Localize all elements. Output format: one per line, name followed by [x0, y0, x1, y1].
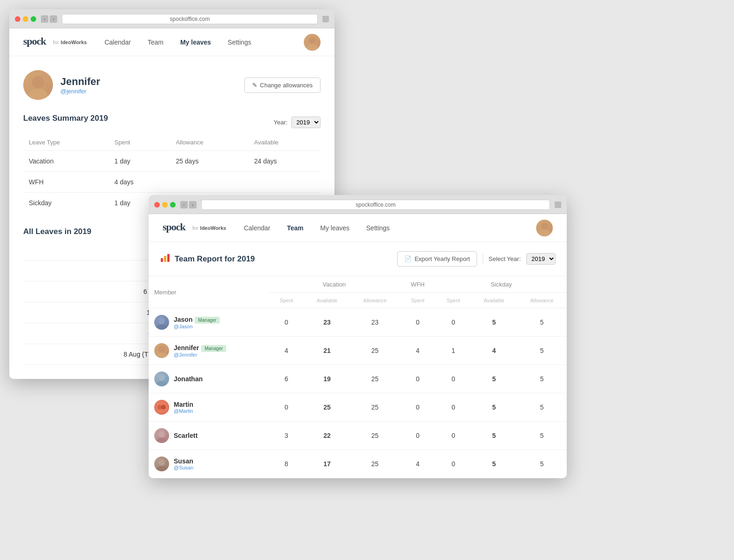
- team-table-row: Scarlett 3 22 25 0 0 5 5: [149, 422, 567, 450]
- nav-team-1[interactable]: Team: [144, 37, 167, 48]
- minimize-button-2[interactable]: [162, 202, 168, 208]
- member-username: @Jason: [174, 324, 220, 329]
- sub-vacation-spent: Spent: [269, 293, 304, 308]
- member-name-group: Martin @Martin: [174, 401, 193, 414]
- minimize-button[interactable]: [23, 16, 28, 22]
- member-badge: Manager: [201, 345, 226, 352]
- year-select-2[interactable]: 2019: [526, 253, 556, 265]
- member-avatar: [154, 456, 169, 471]
- year-selector: Year: 2019: [274, 117, 321, 128]
- svg-point-2: [307, 44, 318, 51]
- member-cell: Martin @Martin: [149, 393, 269, 422]
- year-select[interactable]: 2019: [291, 117, 321, 128]
- maximize-button[interactable]: [31, 16, 36, 22]
- vacation-available: 21: [304, 337, 350, 365]
- member-name: Scarlett: [174, 432, 197, 439]
- sickday-spent: 0: [436, 365, 471, 393]
- browser-tab-btn: [322, 16, 329, 22]
- export-yearly-report-button[interactable]: 📄 Export Yearly Report: [397, 251, 477, 267]
- vacation-allowance: 25: [350, 422, 400, 450]
- back-arrow-2[interactable]: ‹: [180, 201, 188, 208]
- member-cell: JasonManager @Jason: [149, 308, 269, 337]
- svg-point-1: [309, 37, 315, 44]
- member-info: Susan @Susan: [154, 456, 263, 471]
- member-info: JenniferManager @Jennifer: [154, 343, 263, 358]
- wfh-spent: 0: [400, 393, 435, 422]
- sickday-allowance: 5: [517, 365, 567, 393]
- logo-2: spock for IdeoWorks: [163, 220, 226, 236]
- svg-point-23: [156, 466, 167, 471]
- logo-company-2: IdeoWorks: [200, 225, 226, 231]
- col-sickday-header: Sickday: [436, 276, 567, 293]
- sickday-available: 5: [471, 422, 517, 450]
- back-arrow[interactable]: ‹: [41, 15, 48, 23]
- user-avatar-1[interactable]: [304, 34, 321, 51]
- forward-arrow[interactable]: ›: [50, 15, 57, 23]
- available-wfh: [249, 172, 321, 193]
- team-report-actions: 📄 Export Yearly Report Select Year: 2019: [397, 251, 556, 267]
- team-report-header: Team Report for 2019 📄 Export Yearly Rep…: [149, 242, 567, 276]
- svg-point-11: [158, 318, 165, 324]
- col-available: Available: [249, 134, 321, 151]
- vacation-spent: 0: [269, 393, 304, 422]
- col-vacation-header: Vacation: [269, 276, 400, 293]
- logo-for-2: for: [192, 225, 198, 231]
- allowance-wfh: [170, 172, 249, 193]
- close-button-2[interactable]: [154, 202, 160, 208]
- forward-arrow-2[interactable]: ›: [189, 201, 197, 208]
- address-bar-1[interactable]: spockoffice.com: [62, 14, 318, 24]
- col-wfh-header: WFH: [400, 276, 435, 293]
- team-report-title: Team Report for 2019: [160, 253, 255, 265]
- vacation-spent: 4: [269, 337, 304, 365]
- vacation-allowance: 25: [350, 393, 400, 422]
- svg-rect-10: [167, 254, 170, 262]
- close-button[interactable]: [15, 16, 20, 22]
- window-2: ‹ › spockoffice.com spock for IdeoWorks …: [149, 195, 567, 478]
- member-name: Susan: [174, 457, 193, 465]
- wfh-spent: 0: [400, 365, 435, 393]
- profile-name: Jennifer: [60, 76, 100, 88]
- member-info: JasonManager @Jason: [154, 315, 263, 330]
- sickday-allowance: 5: [517, 450, 567, 478]
- vacation-available: 25: [304, 393, 350, 422]
- member-cell: JenniferManager @Jennifer: [149, 337, 269, 365]
- nav-settings-2[interactable]: Settings: [362, 222, 393, 234]
- export-label: Export Yearly Report: [414, 255, 470, 262]
- logo-for: for: [53, 39, 59, 45]
- summary-header-row: Leaves Summary 2019 Year: 2019: [23, 114, 321, 130]
- svg-point-3: [32, 76, 44, 88]
- profile-username[interactable]: @jennifer: [60, 88, 100, 95]
- wfh-spent: 0: [400, 308, 435, 337]
- leave-type-vacation: Vacation: [23, 151, 109, 172]
- nav-calendar-1[interactable]: Calendar: [101, 37, 135, 48]
- vacation-spent: 0: [269, 308, 304, 337]
- leaves-summary-title: Leaves Summary 2019: [23, 114, 108, 123]
- col-member: Member: [149, 276, 269, 308]
- col-allowance: Allowance: [170, 134, 249, 151]
- sub-sickday-spent: Spent: [436, 293, 471, 308]
- member-badge: Manager: [195, 317, 219, 324]
- select-year-label: Select Year:: [489, 255, 521, 262]
- spent-vacation: 1 day: [109, 151, 170, 172]
- nav-settings-1[interactable]: Settings: [224, 37, 255, 48]
- nav-calendar-2[interactable]: Calendar: [240, 222, 274, 234]
- address-bar-2[interactable]: spockoffice.com: [201, 200, 550, 210]
- maximize-button-2[interactable]: [170, 202, 176, 208]
- wfh-spent: 0: [400, 422, 435, 450]
- available-vacation: 24 days: [249, 151, 321, 172]
- app-content-2: spock for IdeoWorks Calendar Team My lea…: [149, 214, 567, 478]
- sickday-available: 5: [471, 308, 517, 337]
- sickday-available: 5: [471, 393, 517, 422]
- profile-avatar: [23, 70, 53, 100]
- nav-myleaves-1[interactable]: My leaves: [177, 37, 215, 48]
- traffic-lights-1: [15, 16, 36, 22]
- user-avatar-2[interactable]: [536, 220, 553, 236]
- nav-team-2[interactable]: Team: [283, 222, 308, 234]
- vacation-allowance: 25: [350, 450, 400, 478]
- member-name-group: Jonathan: [174, 375, 203, 383]
- member-cell: Jonathan: [149, 365, 269, 393]
- team-table-row: JenniferManager @Jennifer 4 21 25 4 1 4 …: [149, 337, 567, 365]
- change-allowances-button[interactable]: ✎ Change allowances: [244, 78, 321, 93]
- nav-myleaves-2[interactable]: My leaves: [316, 222, 353, 234]
- sickday-spent: 0: [436, 308, 471, 337]
